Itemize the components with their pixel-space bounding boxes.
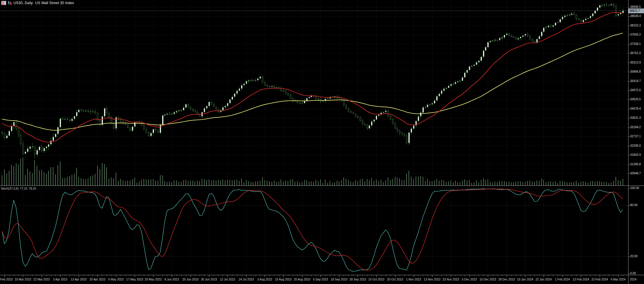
chart-bars-icon: [8, 1, 12, 5]
price-axis-label: 32290.0: [630, 144, 641, 148]
price-axis-label: 34972.6: [630, 88, 641, 92]
price-axis-label: 30948.7: [630, 172, 641, 175]
price-axis-label: 36313.9: [630, 61, 641, 64]
stochastic-signal-value: 78.25: [29, 187, 36, 190]
chart-grid-icon: [1, 1, 6, 5]
price-axis-label: 34078.4: [630, 107, 641, 111]
chart-window: US30, Daily: US Wall Street 30 Index Sto…: [0, 0, 644, 284]
date-axis-label: 1 Feb 2024: [555, 278, 570, 281]
date-axis-label: 15 Dec 2023: [480, 278, 496, 281]
date-axis-label: 6 Mar 2024: [611, 278, 626, 281]
price-axis-label: 31395.8: [630, 163, 641, 166]
date-axis-label: 6 Sep 2023: [313, 278, 328, 281]
price-axis-label: 36761.0: [630, 51, 641, 55]
date-axis-label: 18 Sep 2023: [331, 278, 348, 281]
price-axis-label: 37655.2: [630, 33, 641, 36]
date-axis-label: 5 Dec 2023: [462, 278, 477, 281]
date-axis-label: 1 Nov 2023: [406, 278, 421, 281]
date-axis-label: 3 Aug 2023: [257, 278, 272, 281]
price-axis-label: 31842.9: [630, 153, 641, 157]
date-axis-year-label: 2024: [630, 278, 636, 281]
date-axis-label: 17 May 2023: [126, 278, 143, 281]
date-axis-label: 5 May 2023: [108, 278, 124, 281]
stoch-axis-label: 80.00: [630, 203, 638, 207]
chart-title-bar: US30, Daily: US Wall Street 30 Index: [1, 1, 74, 5]
price-axis-label: 35866.8: [630, 70, 641, 73]
date-axis-label: 12 Jul 2023: [220, 278, 235, 281]
date-axis-label: 30 Jun 2023: [201, 278, 217, 281]
date-axis-label: 28 Sep 2023: [350, 278, 366, 281]
date-axis-label: 13 Feb 2024: [573, 278, 589, 281]
date-axis-label: 20 Oct 2023: [387, 278, 403, 281]
date-axis-label: 13 Nov 2023: [424, 278, 441, 281]
price-axis-label: 38102.3: [630, 24, 641, 27]
price-chart-canvas[interactable]: [0, 0, 644, 284]
stochastic-legend: Stoch(37,3,9)77.2378.25: [1, 187, 38, 190]
date-axis-label: 10 Mar 2023: [15, 278, 31, 281]
date-axis-label: 23 Feb 2024: [591, 278, 608, 281]
stoch-axis-label: 100.00: [630, 186, 639, 190]
date-axis-label: 10 Oct 2023: [368, 278, 384, 281]
date-axis-label: 15 Aug 2023: [275, 278, 291, 281]
stoch-axis-label: 20.00: [630, 255, 638, 258]
date-axis-label: 28 Feb 2023: [0, 278, 13, 281]
date-axis-label: 25 Apr 2023: [90, 278, 105, 281]
date-axis-label: 29 May 2023: [145, 278, 162, 281]
date-axis-label: 3 Apr 2023: [53, 278, 67, 281]
date-axis-label: 22 Mar 2023: [33, 278, 50, 281]
symbol-description-label: US Wall Street 30 Index: [35, 1, 74, 5]
date-axis-label: 13 Apr 2023: [71, 278, 87, 281]
stochastic-main-value: 77.23: [20, 187, 27, 190]
symbol-period-label: US30, Daily:: [14, 1, 34, 5]
date-axis-label: 22 Jan 2024: [535, 278, 552, 281]
price-axis-label: 32737.1: [630, 135, 641, 138]
stoch-axis-label: 0.00: [630, 272, 636, 275]
price-axis-label: 35419.7: [630, 79, 641, 83]
current-price-tag[interactable]: 38821.7: [628, 9, 644, 13]
price-axis-label: 33631.3: [630, 116, 641, 120]
date-axis-label: 25 Aug 2023: [294, 278, 310, 281]
price-axis-label: 38549.4: [630, 14, 641, 18]
date-axis-label: 23 Nov 2023: [443, 278, 459, 281]
date-axis-label: 28 Dec 2023: [498, 278, 515, 281]
date-axis-label: 10 Jan 2024: [517, 278, 533, 281]
date-axis-label: 20 Jun 2023: [182, 278, 198, 281]
price-axis-label: 33184.2: [630, 126, 641, 129]
price-axis-label: 37208.1: [630, 42, 641, 46]
price-axis-label: 34525.5: [630, 98, 641, 101]
date-axis-label: 8 Jun 2023: [164, 278, 179, 281]
stochastic-name: Stoch(37,3,9): [1, 187, 18, 190]
date-axis-label: 24 Jul 2023: [239, 278, 254, 281]
